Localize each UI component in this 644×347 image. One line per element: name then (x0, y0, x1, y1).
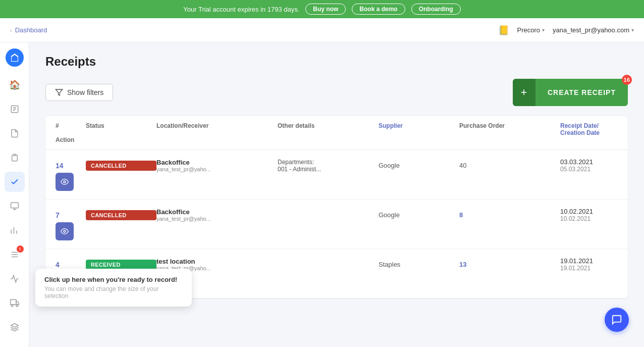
status-badge: RECEIVED (86, 260, 156, 270)
sidebar-item-purchase-request[interactable] (5, 99, 25, 119)
toolbar: Show filters + CREATE RECEIPT 16 (45, 79, 628, 106)
receipt-date: 19.01.2021 (560, 257, 601, 265)
dept-label: Departments: (278, 159, 379, 166)
list-badge: ! (17, 245, 24, 253)
create-receipt-plus-icon: + (513, 79, 535, 106)
location-cell: Backoffice yana_test_pr@yaho... (156, 159, 278, 172)
book-icon[interactable]: 📒 (498, 25, 509, 36)
svg-rect-5 (11, 203, 18, 208)
create-receipt-badge: 16 (622, 75, 632, 85)
row-num: 4 (56, 261, 86, 269)
hint-box: Click up here when you're ready to recor… (35, 269, 192, 307)
row-num: 7 (56, 211, 86, 219)
view-button[interactable] (56, 222, 74, 240)
hint-title: Click up here when you're ready to recor… (44, 276, 183, 283)
svg-point-17 (16, 305, 18, 307)
location-name: test location (156, 258, 278, 265)
supplier-name: Google (379, 162, 459, 169)
dates-cell: 10.02.2021 10.02.2021 (560, 208, 601, 222)
svg-marker-19 (56, 89, 62, 95)
col-location: Location/Receiver (156, 122, 278, 136)
sidebar-item-delivery[interactable] (5, 293, 25, 313)
sidebar-item-reports[interactable] (5, 220, 25, 240)
show-filters-button[interactable]: Show filters (45, 84, 113, 101)
user-selector[interactable]: yana_test_pr@yahoo.com ▾ (553, 26, 634, 34)
svg-rect-14 (10, 300, 16, 305)
app-logo[interactable] (6, 48, 24, 67)
receiver-email: yana_test_pr@yaho... (156, 166, 278, 172)
sidebar-item-integration[interactable] (5, 196, 25, 216)
svg-point-21 (64, 230, 66, 232)
buy-now-button[interactable]: Buy now (305, 4, 346, 15)
svg-point-20 (64, 181, 66, 183)
show-filters-label: Show filters (67, 88, 103, 96)
sidebar-item-receipts[interactable] (5, 172, 25, 192)
table-header: # Status Location/Receiver Other details… (45, 116, 628, 150)
chat-button[interactable] (605, 308, 629, 332)
create-receipt-label: CREATE RECEIPT (535, 81, 628, 104)
location-cell: Backoffice yana_test_pr@yaho... (156, 208, 278, 222)
sidebar-item-invoice[interactable] (5, 147, 25, 168)
col-po: Purchase Order (459, 122, 560, 136)
hint-subtitle: You can move and change the size of your… (44, 285, 183, 300)
creation-date: 10.02.2021 (560, 215, 601, 222)
purchase-order-link[interactable]: 13 (459, 261, 560, 268)
top-nav: ‹ Dashboard 📒 Precoro ▾ yana_test_pr@yah… (0, 18, 644, 42)
sidebar-item-analytics[interactable] (5, 269, 25, 289)
view-button[interactable] (56, 173, 74, 191)
sidebar: 🏠 ! (0, 42, 29, 347)
page-title: Receipts (45, 55, 628, 69)
other-details-cell: Departments: 001 - Administ... (278, 159, 379, 173)
receipt-date: 10.02.2021 (560, 208, 601, 215)
dates-cell: 19.01.2021 19.01.2021 (560, 257, 601, 272)
purchase-order-link[interactable]: 8 (459, 211, 560, 219)
trial-text: Your Trial account expires in 1793 days. (183, 6, 299, 13)
supplier-name: Google (379, 211, 459, 219)
col-supplier[interactable]: Supplier (379, 122, 459, 136)
svg-point-16 (11, 305, 13, 307)
dates-cell: 03.03.2021 05.03.2021 (560, 158, 601, 173)
svg-marker-18 (11, 324, 18, 328)
trial-banner: Your Trial account expires in 1793 days.… (0, 0, 644, 18)
location-name: Backoffice (156, 208, 278, 216)
col-num: # (56, 122, 86, 136)
status-badge: CANCELLED (86, 210, 156, 220)
receipt-date: 03.03.2021 (560, 158, 601, 166)
col-other: Other details (278, 122, 379, 136)
user-email: yana_test_pr@yahoo.com (553, 26, 629, 34)
purchase-order: 40 (459, 162, 560, 169)
sidebar-item-purchase-order[interactable] (5, 123, 25, 143)
receiver-email: yana_test_pr@yaho... (156, 216, 278, 222)
sidebar-item-home[interactable]: 🏠 (5, 75, 25, 95)
table-row: 7 CANCELLED Backoffice yana_test_pr@yaho… (45, 200, 628, 249)
book-demo-button[interactable]: Book a demo (352, 4, 405, 15)
filter-icon (55, 88, 63, 96)
sidebar-item-layers[interactable] (5, 317, 25, 337)
supplier-name: Staples (379, 261, 459, 268)
col-status: Status (86, 122, 156, 136)
sidebar-item-list[interactable]: ! (5, 244, 25, 265)
breadcrumb-parent[interactable]: Dashboard (15, 26, 47, 34)
dept-code: 001 - Administ... (278, 166, 379, 173)
table-row: 14 CANCELLED Backoffice yana_test_pr@yah… (45, 150, 628, 200)
onboarding-button[interactable]: Onboarding (411, 4, 461, 15)
top-nav-right: 📒 Precoro ▾ yana_test_pr@yahoo.com ▾ (498, 25, 634, 36)
org-selector[interactable]: Precoro ▾ (517, 26, 545, 34)
org-name: Precoro (517, 26, 541, 34)
org-chevron-down-icon: ▾ (542, 27, 545, 33)
breadcrumb[interactable]: ‹ Dashboard (10, 26, 47, 34)
location-name: Backoffice (156, 159, 278, 166)
creation-date: 05.03.2021 (560, 166, 601, 173)
svg-rect-4 (13, 154, 16, 156)
status-badge: CANCELLED (86, 161, 156, 171)
col-receipt-date: Receipt Date/ Creation Date (560, 122, 601, 136)
user-chevron-down-icon: ▾ (631, 27, 634, 33)
breadcrumb-chevron-icon: ‹ (10, 27, 12, 33)
col-action: Action (56, 136, 86, 143)
row-num: 14 (56, 162, 86, 170)
svg-marker-15 (16, 302, 19, 305)
create-receipt-button[interactable]: + CREATE RECEIPT 16 (513, 79, 628, 106)
creation-date: 19.01.2021 (560, 265, 601, 272)
